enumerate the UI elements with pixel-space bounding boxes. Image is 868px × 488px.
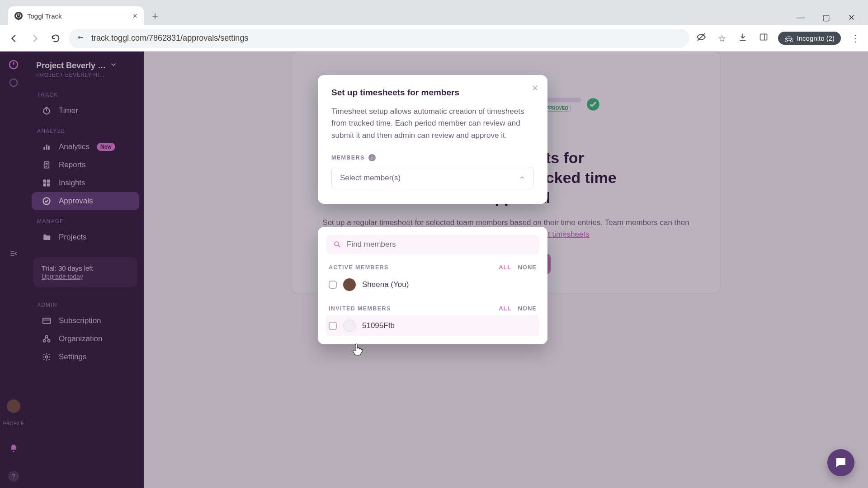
invited-select-none[interactable]: NONE <box>518 305 537 312</box>
member-checkbox[interactable] <box>329 322 337 330</box>
window-minimize-icon[interactable]: ― <box>794 13 807 23</box>
window-titlebar: Toggl Track × ＋ ― ▢ ✕ <box>0 0 868 25</box>
modal-close-icon[interactable]: ✕ <box>532 83 538 93</box>
member-name: 51095Ffb <box>362 321 395 330</box>
invited-members-heading: INVITED MEMBERS <box>329 305 391 312</box>
member-row-active[interactable]: Sheena (You) <box>326 274 539 295</box>
tab-close-icon[interactable]: × <box>132 11 137 21</box>
search-icon <box>333 240 341 249</box>
svg-rect-4 <box>760 34 767 40</box>
new-tab-button[interactable]: ＋ <box>147 8 163 23</box>
svg-point-23 <box>335 242 339 246</box>
chat-icon <box>834 456 848 469</box>
member-dropdown: ACTIVE MEMBERS ALL NONE Sheena (You) INV… <box>318 227 547 344</box>
browser-menu-icon[interactable]: ⋮ <box>849 33 862 44</box>
toggl-favicon <box>14 12 23 20</box>
active-select-none[interactable]: NONE <box>518 264 537 271</box>
member-search[interactable] <box>326 235 539 254</box>
incognito-label: Incognito (2) <box>797 34 835 42</box>
tab-title: Toggl Track <box>27 12 128 20</box>
address-bar[interactable]: track.toggl.com/7862831/approvals/settin… <box>69 29 689 48</box>
modal-title: Set up timesheets for members <box>331 88 534 98</box>
info-icon[interactable]: i <box>368 154 376 161</box>
members-label: MEMBERS <box>331 155 365 161</box>
svg-rect-3 <box>80 37 84 38</box>
site-lock-icon[interactable] <box>77 33 85 43</box>
setup-timesheets-modal: ✕ Set up timesheets for members Timeshee… <box>318 75 547 204</box>
svg-point-2 <box>78 37 80 39</box>
intercom-launcher[interactable] <box>827 449 854 476</box>
eye-off-icon[interactable] <box>695 32 708 45</box>
member-name: Sheena (You) <box>362 280 409 289</box>
forward-button[interactable] <box>27 31 42 46</box>
bookmark-star-icon[interactable]: ☆ <box>716 33 728 44</box>
browser-tab[interactable]: Toggl Track × <box>8 6 144 25</box>
modal-description: Timesheet setup allows automatic creatio… <box>331 106 534 141</box>
member-search-input[interactable] <box>347 240 532 249</box>
member-select[interactable]: Select member(s) <box>331 167 534 189</box>
svg-rect-1 <box>18 14 19 16</box>
incognito-badge[interactable]: Incognito (2) <box>778 32 841 45</box>
window-maximize-icon[interactable]: ▢ <box>819 13 833 23</box>
member-avatar <box>343 278 356 291</box>
sidepanel-icon[interactable] <box>757 33 770 44</box>
chevron-up-icon <box>519 174 525 182</box>
member-checkbox[interactable] <box>329 281 337 289</box>
reload-button[interactable] <box>48 31 63 46</box>
active-members-heading: ACTIVE MEMBERS <box>329 264 389 271</box>
browser-toolbar: track.toggl.com/7862831/approvals/settin… <box>0 25 868 52</box>
downloads-icon[interactable] <box>736 33 749 44</box>
back-button[interactable] <box>6 31 22 46</box>
member-row-invited[interactable]: 51095Ffb <box>326 315 539 336</box>
active-select-all[interactable]: ALL <box>499 264 511 271</box>
address-url: track.toggl.com/7862831/approvals/settin… <box>91 33 248 43</box>
invited-select-all[interactable]: ALL <box>499 305 511 312</box>
member-avatar-placeholder <box>343 319 356 332</box>
window-close-icon[interactable]: ✕ <box>844 13 858 23</box>
select-placeholder: Select member(s) <box>340 174 401 183</box>
